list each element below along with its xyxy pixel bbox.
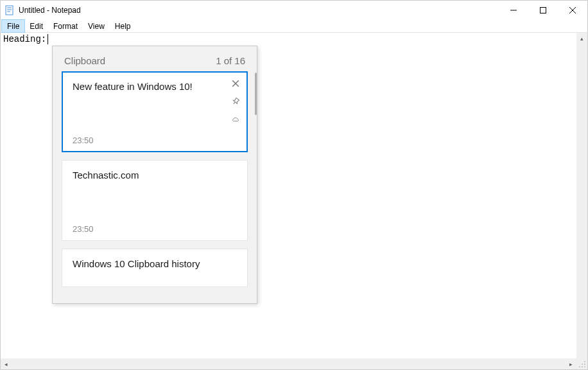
- window-title: Untitled - Notepad: [19, 6, 499, 15]
- clipboard-item[interactable]: Technastic.com 23:50: [62, 160, 248, 241]
- pin-icon[interactable]: [231, 97, 240, 106]
- clipboard-popup: Clipboard 1 of 16 New feature in Windows…: [52, 46, 257, 304]
- horizontal-scrollbar[interactable]: ◂ ▸: [1, 358, 576, 369]
- close-icon[interactable]: [231, 79, 240, 88]
- clipboard-item-time: 23:50: [73, 136, 237, 145]
- window-controls: [499, 1, 587, 20]
- scroll-right-arrow-icon[interactable]: ▸: [566, 358, 576, 369]
- clipboard-item-text: Technastic.com: [73, 170, 237, 181]
- clipboard-item-actions: [231, 79, 240, 124]
- clipboard-title: Clipboard: [64, 55, 105, 66]
- minimize-button[interactable]: [499, 1, 528, 20]
- menu-help[interactable]: Help: [110, 20, 136, 32]
- menu-view[interactable]: View: [83, 20, 110, 32]
- menu-bar: File Edit Format View Help: [1, 20, 587, 33]
- svg-point-10: [582, 364, 583, 365]
- svg-rect-5: [540, 8, 546, 13]
- notepad-icon: [4, 5, 15, 15]
- clipboard-item[interactable]: New feature in Windows 10! 23:50: [62, 71, 248, 152]
- maximize-button[interactable]: [528, 1, 558, 20]
- clipboard-item[interactable]: Windows 10 Clipboard history: [62, 249, 248, 287]
- svg-point-11: [584, 366, 585, 367]
- cloud-icon[interactable]: [231, 115, 240, 124]
- scroll-up-arrow-icon[interactable]: ▴: [576, 33, 587, 44]
- clipboard-item-time: 23:50: [73, 224, 237, 234]
- resize-grip-icon[interactable]: [578, 360, 586, 368]
- clipboard-header: Clipboard 1 of 16: [53, 46, 257, 71]
- scroll-left-arrow-icon[interactable]: ◂: [1, 358, 12, 369]
- clipboard-item-text: New feature in Windows 10!: [73, 81, 237, 92]
- menu-format[interactable]: Format: [48, 20, 83, 32]
- clipboard-scrollbar[interactable]: [255, 73, 257, 115]
- svg-point-13: [579, 366, 580, 367]
- scroll-corner: [576, 358, 587, 369]
- svg-point-12: [582, 366, 583, 367]
- vertical-scrollbar[interactable]: ▴: [576, 33, 587, 358]
- text-caret: [48, 34, 48, 44]
- title-bar: Untitled - Notepad: [1, 1, 587, 20]
- clipboard-body: New feature in Windows 10! 23:50 Technas…: [53, 71, 257, 303]
- editor-text: Heading:: [3, 34, 46, 44]
- svg-point-9: [584, 364, 585, 365]
- clipboard-counter: 1 of 16: [216, 55, 245, 66]
- menu-edit[interactable]: Edit: [24, 20, 48, 32]
- clipboard-item-text: Windows 10 Clipboard history: [73, 258, 237, 269]
- svg-point-8: [584, 361, 585, 362]
- menu-file[interactable]: File: [2, 20, 24, 32]
- scroll-track[interactable]: [12, 358, 566, 369]
- close-button[interactable]: [558, 1, 587, 20]
- svg-rect-0: [6, 6, 13, 15]
